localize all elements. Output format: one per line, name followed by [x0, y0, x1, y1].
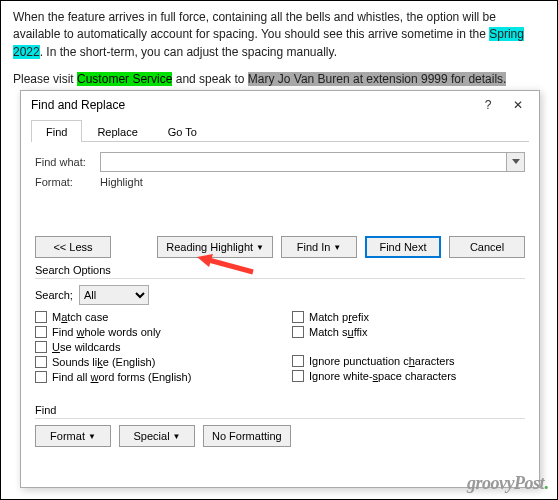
checkbox-box[interactable] [35, 341, 47, 353]
reading-highlight-button[interactable]: Reading Highlight▼ [157, 236, 273, 258]
doc-paragraph-2: Please visit Customer Service and speak … [13, 71, 545, 88]
checkbox-label: Sounds like (English) [52, 356, 155, 368]
highlight-green: Customer Service [77, 72, 172, 86]
find-what-input[interactable] [101, 153, 506, 171]
format-button[interactable]: Format▼ [35, 425, 111, 447]
search-direction-select[interactable]: All [79, 285, 149, 305]
checkbox-label: Ignore punctuation characters [309, 355, 455, 367]
checkbox-box[interactable] [292, 355, 304, 367]
checkbox-label: Match case [52, 311, 108, 323]
check-right-2[interactable]: Ignore punctuation characters [292, 355, 525, 367]
check-right-0[interactable]: Match prefix [292, 311, 525, 323]
format-label: Format: [35, 176, 100, 188]
search-label: Search; [35, 289, 73, 301]
document-body: When the feature arrives in full force, … [1, 1, 557, 103]
find-next-button[interactable]: Find Next [365, 236, 441, 258]
checkbox-label: Match prefix [309, 311, 369, 323]
tab-find[interactable]: Find [31, 120, 82, 142]
checkbox-label: Use wildcards [52, 341, 120, 353]
less-button[interactable]: << Less [35, 236, 111, 258]
check-right-3[interactable]: Ignore white-space characters [292, 370, 525, 382]
checkbox-box[interactable] [35, 371, 47, 383]
dialog-title: Find and Replace [31, 98, 473, 112]
tab-goto[interactable]: Go To [153, 120, 212, 142]
divider [35, 418, 525, 419]
checkbox-box[interactable] [292, 326, 304, 338]
check-left-2[interactable]: Use wildcards [35, 341, 280, 353]
check-left-4[interactable]: Find all word forms (English) [35, 371, 280, 383]
checkbox-label: Find all word forms (English) [52, 371, 191, 383]
doc-paragraph-1: When the feature arrives in full force, … [13, 9, 545, 61]
find-section-title: Find [35, 404, 525, 416]
highlight-yellow-selected: Mary Jo Van Buren at extension 9999 [248, 72, 448, 86]
dialog-tabs: Find Replace Go To [31, 119, 529, 142]
checkbox-box[interactable] [35, 311, 47, 323]
checkbox-box[interactable] [292, 311, 304, 323]
divider [35, 278, 525, 279]
close-button[interactable]: ✕ [503, 95, 533, 115]
find-what-label: Find what: [35, 156, 100, 168]
find-what-field[interactable] [100, 152, 525, 172]
find-in-button[interactable]: Find In▼ [281, 236, 357, 258]
find-what-dropdown[interactable] [506, 153, 524, 171]
checkbox-label: Match suffix [309, 326, 368, 338]
no-formatting-button[interactable]: No Formatting [203, 425, 291, 447]
cancel-button[interactable]: Cancel [449, 236, 525, 258]
special-button[interactable]: Special▼ [119, 425, 195, 447]
format-value: Highlight [100, 176, 143, 188]
checkbox-label: Find whole words only [52, 326, 161, 338]
checkbox-box[interactable] [35, 356, 47, 368]
find-replace-dialog: Find and Replace ? ✕ Find Replace Go To … [20, 90, 540, 488]
check-left-3[interactable]: Sounds like (English) [35, 356, 280, 368]
checkbox-label: Ignore white-space characters [309, 370, 456, 382]
help-button[interactable]: ? [473, 95, 503, 115]
check-left-0[interactable]: Match case [35, 311, 280, 323]
check-right-1[interactable]: Match suffix [292, 326, 525, 338]
checkbox-box[interactable] [292, 370, 304, 382]
checkbox-box[interactable] [35, 326, 47, 338]
tab-replace[interactable]: Replace [82, 120, 152, 142]
check-left-1[interactable]: Find whole words only [35, 326, 280, 338]
search-options-title: Search Options [35, 264, 525, 276]
dialog-titlebar[interactable]: Find and Replace ? ✕ [21, 91, 539, 119]
